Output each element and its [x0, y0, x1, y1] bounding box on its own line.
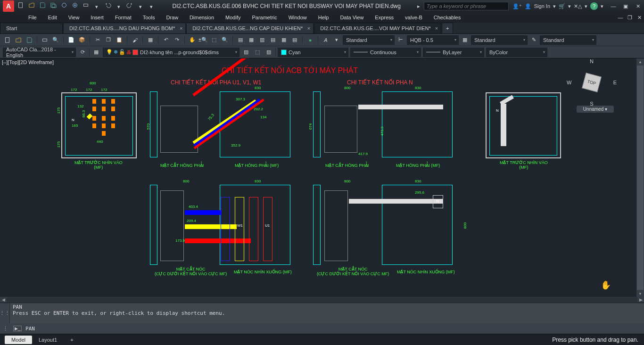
ssm-icon[interactable]: ▤ — [268, 35, 278, 45]
redo-dropdown-icon[interactable]: ▾ — [136, 3, 145, 11]
dimstyle-icon[interactable]: ⊢ — [396, 35, 405, 45]
close-button[interactable]: ✕ — [632, 1, 644, 11]
textstyle-icon[interactable]: A — [321, 35, 330, 45]
command-history-body[interactable]: PAN Press ESC or ENTER to exit, or right… — [9, 303, 644, 323]
menu-help[interactable]: Help — [313, 13, 335, 22]
viewcube-top[interactable]: TOP — [582, 73, 602, 92]
menu-dimension[interactable]: Dimension — [184, 13, 220, 22]
redo-icon[interactable]: ↷ — [172, 35, 182, 45]
render-icon[interactable]: ● — [305, 35, 315, 45]
mdi-close-button[interactable]: ✕ — [635, 14, 644, 21]
menu-checkables[interactable]: Checkables — [428, 13, 466, 22]
qnew-icon[interactable] — [3, 35, 12, 45]
linetype-dropdown[interactable]: Continuous — [350, 48, 421, 57]
help-icon[interactable]: ? — [590, 2, 598, 10]
drawing-canvas[interactable]: CHI TIẾT KẾT NỐI ACB TỚI MÁY PHÁT CHI TI… — [0, 58, 636, 297]
publish-icon[interactable]: 📄 — [66, 35, 76, 45]
vertical-scrollbar[interactable]: ▲ ▼ — [636, 58, 644, 297]
menu-window[interactable]: Window — [283, 13, 313, 22]
mlstyle-dropdown[interactable]: Standard — [540, 35, 596, 45]
viewport-label[interactable]: [–][Top][2D Wireframe] — [2, 59, 54, 65]
open-icon[interactable] — [27, 1, 36, 9]
layermanager-icon[interactable]: ▦ — [91, 48, 101, 57]
preview-icon[interactable]: 🔍 — [51, 35, 60, 45]
scroll-down-icon[interactable]: ▼ — [636, 290, 644, 297]
textstyle-dropdown[interactable]: Standard — [343, 35, 395, 45]
layout1-tab[interactable]: Layout1 — [32, 336, 64, 344]
close-icon[interactable]: × — [307, 25, 310, 31]
scroll-thumb[interactable] — [637, 66, 644, 290]
textstyle-dd-icon[interactable]: ▾ — [332, 35, 341, 45]
redo-icon[interactable] — [125, 1, 134, 9]
mlstyle-icon[interactable]: ✎ — [529, 35, 538, 45]
plot-icon[interactable] — [82, 1, 90, 9]
signin-dropdown-icon[interactable]: ▾ — [553, 3, 556, 9]
open-icon[interactable] — [14, 35, 23, 45]
undo-dropdown-icon[interactable]: ▾ — [115, 3, 123, 11]
menu-tools[interactable]: Tools — [137, 13, 161, 22]
tab-file-1[interactable]: DI2.CTC.ASB.KUS....NG DAU PHONG BOM*× — [63, 23, 186, 33]
color-dropdown[interactable]: Cyan — [278, 48, 348, 57]
scroll-left-icon[interactable]: ◀ — [0, 297, 7, 303]
undo-icon[interactable] — [104, 1, 112, 9]
exchange-dropdown-icon[interactable]: ▾ — [585, 3, 587, 9]
blockeditor-icon[interactable]: ▦ — [146, 35, 155, 45]
minimize-button[interactable]: — — [607, 1, 619, 11]
matchprop-icon[interactable]: 🖌 — [130, 35, 140, 45]
tp-icon[interactable]: ▥ — [257, 35, 267, 45]
markup-icon[interactable]: ▦ — [279, 35, 289, 45]
dimstyle-dropdown[interactable]: HQB - 0.5 — [407, 35, 459, 45]
menu-draw[interactable]: Draw — [160, 13, 184, 22]
mdi-restore-button[interactable]: ❐ — [625, 14, 635, 21]
3ddwf-icon[interactable]: 📦 — [77, 35, 87, 45]
menu-file[interactable]: File — [23, 13, 42, 22]
quickcalc-icon[interactable]: ▤ — [290, 35, 299, 45]
close-icon[interactable]: × — [180, 25, 182, 31]
scroll-track[interactable] — [7, 297, 637, 302]
new-icon[interactable] — [17, 1, 25, 9]
plotstyle-dropdown[interactable]: ByColor — [486, 48, 547, 57]
add-layout-button[interactable]: + — [64, 336, 80, 344]
horizontal-scrollbar[interactable]: ◀ ▶ — [0, 297, 644, 303]
new-tab-button[interactable]: + — [442, 23, 453, 33]
save-web-icon[interactable] — [71, 1, 79, 9]
menu-express[interactable]: Express — [369, 13, 399, 22]
ucs-dropdown[interactable]: Unnamed ▾ — [577, 106, 614, 113]
menu-parametric[interactable]: Parametric — [246, 13, 282, 22]
save-icon[interactable] — [25, 35, 34, 45]
nav-east[interactable]: E — [613, 80, 617, 85]
view-cube[interactable]: N S W E TOP — [570, 61, 613, 104]
command-line[interactable]: ⋮ ▶_ PAN — [0, 323, 644, 334]
nav-west[interactable]: W — [567, 80, 571, 85]
menu-view[interactable]: View — [63, 13, 85, 22]
scroll-track[interactable] — [637, 66, 644, 290]
scroll-right-icon[interactable]: ▶ — [637, 297, 644, 303]
layerprev-icon[interactable]: ⬚ — [253, 48, 262, 57]
signin-button[interactable]: Sign In — [534, 3, 550, 9]
autodesk-account-icon[interactable]: 👤⁺ — [512, 3, 522, 9]
model-tab[interactable]: Model — [5, 336, 32, 344]
user-icon[interactable]: 👤 — [525, 3, 531, 9]
mdi-minimize-button[interactable]: — — [616, 14, 625, 21]
pan-icon[interactable]: ✋ — [188, 35, 197, 45]
menu-modify[interactable]: Modify — [220, 13, 246, 22]
tab-start[interactable]: Start — [0, 23, 63, 33]
zoomprev-icon[interactable]: 🔍 — [220, 35, 230, 45]
menu-insert[interactable]: Insert — [85, 13, 109, 22]
cmdwin-handle-icon[interactable]: ⋮⋮ — [0, 303, 9, 323]
plot-dropdown-icon[interactable]: ▾ — [92, 3, 101, 11]
menu-edit[interactable]: Edit — [42, 13, 63, 22]
open-web-icon[interactable] — [60, 1, 68, 9]
lineweight-dropdown[interactable]: ByLayer — [423, 48, 484, 57]
menu-valveb[interactable]: valve-B — [399, 13, 428, 22]
zoomwin-icon[interactable]: ⬚ — [209, 35, 219, 45]
menu-dataview[interactable]: Data View — [334, 13, 369, 22]
tablestyle-icon[interactable]: ▦ — [460, 35, 470, 45]
zoom-icon[interactable]: ±🔍 — [198, 35, 208, 45]
save-icon[interactable] — [38, 1, 47, 9]
tab-file-2[interactable]: DI2.CTC.ASB.KUS.GE...NG CAP DIEU KHIEN*× — [186, 23, 314, 33]
cart-dropdown-icon[interactable]: ▾ — [568, 3, 571, 9]
layermatch-icon[interactable]: ▨ — [241, 48, 251, 57]
layer-dropdown[interactable]: 💡 ❄ 🔓 🖶 DI2-khung tên ...p-ground$0$dims — [103, 48, 239, 57]
layeriso-icon[interactable]: ▨ — [264, 48, 273, 57]
